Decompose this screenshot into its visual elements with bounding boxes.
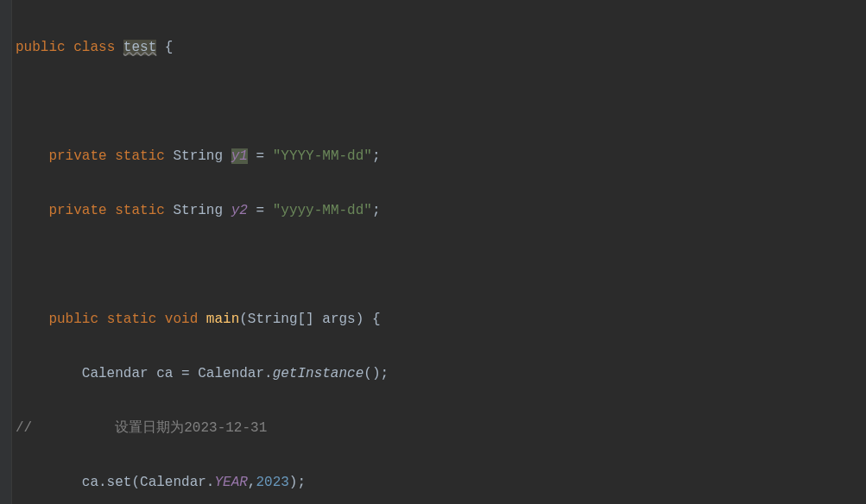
code-editor[interactable]: public class test { private static Strin… (12, 0, 866, 504)
method-main: main (206, 312, 239, 327)
calendar-year: YEAR (214, 475, 247, 490)
keyword-static: static (115, 203, 165, 218)
class-name: test (123, 40, 156, 55)
code-line[interactable]: ca.set(Calendar.YEAR,2023); (16, 469, 866, 497)
keyword-private: private (48, 148, 106, 164)
keyword-static: static (107, 312, 157, 327)
type-string: String (173, 203, 223, 218)
code-line[interactable]: private static String y1 = "YYYY-MM-dd"; (16, 143, 866, 171)
comma: , (248, 475, 256, 490)
code-line[interactable] (16, 252, 866, 280)
keyword-static: static (115, 148, 165, 164)
keyword-public: public (48, 312, 98, 327)
string-literal: "yyyy-MM-dd" (273, 203, 372, 218)
editor-gutter (0, 0, 12, 504)
keyword-void: void (165, 312, 198, 327)
equals: = (248, 203, 273, 218)
brace-open: { (156, 40, 173, 55)
keyword-class: class (73, 40, 115, 55)
semicolon: ; (372, 203, 381, 218)
code-line[interactable]: private static String y2 = "yyyy-MM-dd"; (16, 198, 866, 225)
params: (String[] args) { (239, 312, 380, 327)
ca-set: ca.set(Calendar. (82, 475, 215, 490)
field-y2: y2 (231, 203, 248, 218)
code-line[interactable]: Calendar ca = Calendar.getInstance(); (16, 361, 866, 388)
type-string: String (173, 148, 223, 164)
equals: = (248, 148, 273, 164)
semicolon: ); (289, 475, 306, 490)
keyword-private: private (48, 203, 106, 218)
string-literal: "YYYY-MM-dd" (273, 148, 372, 164)
code-line[interactable]: public class test { (16, 35, 866, 62)
calendar-call: Calendar ca = Calendar. (82, 366, 273, 381)
semicolon: ; (372, 148, 381, 164)
comment-marker: // (16, 420, 32, 436)
code-line[interactable] (16, 89, 866, 117)
number-2023: 2023 (256, 475, 288, 490)
keyword-public: public (16, 40, 66, 55)
getinstance: getInstance (273, 366, 364, 381)
field-y1: y1 (231, 148, 248, 164)
code-line[interactable]: public static void main(String[] args) { (16, 306, 866, 334)
semicolon: (); (363, 366, 389, 381)
code-line[interactable]: // 设置日期为2023-12-31 (16, 415, 866, 443)
comment-text: 设置日期为2023-12-31 (115, 420, 267, 436)
